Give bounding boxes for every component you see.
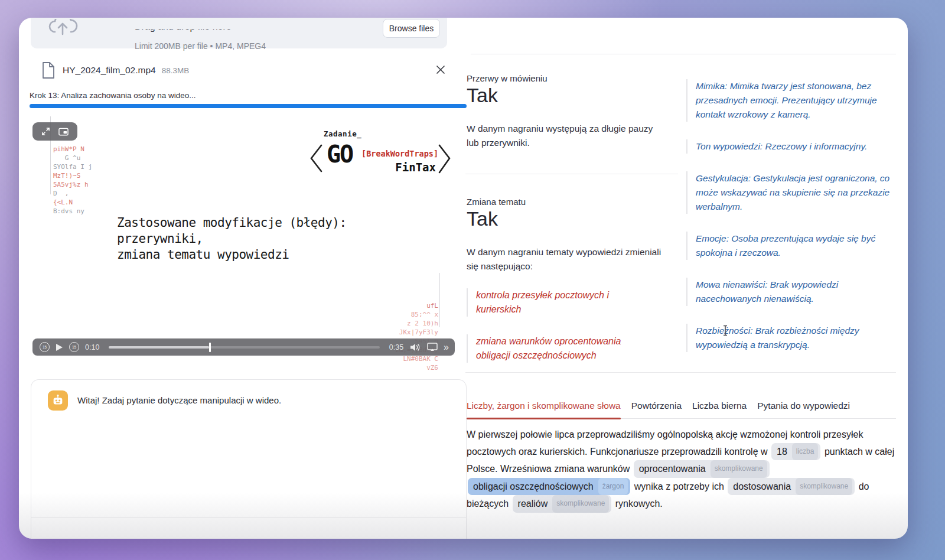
token-word: 18 — [777, 444, 787, 460]
robot-icon — [51, 394, 64, 407]
tab[interactable]: Pytania do wypowiedzi — [757, 401, 850, 411]
topic-item: kontrola przesyłek pocztowych i kuriersk… — [467, 288, 656, 317]
forward-15-icon[interactable]: 15 — [69, 342, 79, 352]
chat-panel: Witaj! Zadaj pytanie dotyczące manipulac… — [31, 379, 467, 539]
glitch-line: ufL — [350, 301, 438, 310]
video-controls-bar: 15 15 0:10 0:35 » — [32, 338, 455, 356]
glitch-divider-right — [439, 273, 440, 327]
glitch-line: z 2 10)h — [350, 319, 438, 328]
glitch-line: pihW*P N — [53, 145, 92, 154]
logo-fintax-text: FinTax — [381, 161, 436, 174]
file-dropzone[interactable]: Drag and drop file here Limit 200MB per … — [31, 18, 447, 48]
token-word: obligacji oszczędnościowych — [473, 478, 594, 495]
volume-icon[interactable] — [409, 343, 421, 352]
behavior-note: Rozbieżności: Brak rozbieżności między w… — [686, 324, 897, 352]
analysis-tabs: Liczby, żargon i skomplikowane słowaPowt… — [467, 401, 896, 419]
divider — [465, 174, 678, 174]
glitch-line: D , — [53, 189, 92, 198]
glitch-line: G ^u — [53, 154, 92, 162]
token-word: oprocentowania — [639, 461, 706, 477]
glitch-line: LN#0BAK C — [350, 354, 438, 363]
analysis-progress-fill — [30, 104, 467, 108]
dropzone-title-clipped: Drag and drop file here — [135, 30, 312, 40]
highlight-token[interactable]: oprocentowaniaskomplikowane — [634, 460, 770, 478]
chat-input-divider — [31, 517, 466, 518]
transcript-paragraph: W pierwszej połowie lipca przeprowadzili… — [467, 426, 896, 513]
glitch-line: 85;^^ x — [350, 310, 438, 319]
video-overlay-caption: Zastosowane modyfikacje (błędy): przeryw… — [117, 215, 347, 263]
file-icon — [41, 61, 56, 79]
playhead[interactable] — [209, 343, 211, 352]
glitch-line: MzT!)~S — [53, 171, 92, 180]
tab[interactable]: Liczba bierna — [692, 401, 747, 411]
token-tag-badge: żargon — [598, 478, 628, 496]
glitch-line: {<L.N — [53, 198, 92, 207]
token-word: realiów — [518, 496, 548, 512]
behavior-note: Emocje: Osoba prezentująca wydaje się by… — [686, 232, 897, 260]
behavior-notes-list: Mimika: Mimika twarzy jest stonowana, be… — [686, 79, 897, 352]
text-cursor-pointer — [722, 325, 729, 336]
cast-icon[interactable] — [427, 343, 438, 351]
upload-cloud-icon — [47, 19, 78, 43]
video-overlay-controls[interactable] — [32, 122, 77, 141]
highlight-token[interactable]: dostosowaniaskomplikowane — [728, 478, 855, 496]
upload-limit-text: Limit 200MB per file • MP4, MPEG4 — [135, 41, 266, 51]
breakwordtraps-logo: GO [BreakWordTraps] FinTax — [301, 137, 449, 178]
glitch-line: SYOlfa I j — [53, 162, 92, 171]
video-player[interactable]: pihW*P N G ^uSYOlfa I jMzT!)~S5A5vj%z hD… — [30, 113, 459, 362]
section-label-pauses: Przerwy w mówieniu — [467, 73, 548, 83]
current-time: 0:10 — [85, 343, 99, 351]
pip-icon[interactable] — [58, 128, 69, 136]
file-name: HY_2024_film_02.mp4 — [63, 65, 156, 76]
uploaded-file-row: HY_2024_film_02.mp4 88.3MB — [41, 60, 449, 80]
glitch-text-right: ufL85;^^ xz 2 10)hJKx|7yF3lyS4SI hz&,=)y… — [350, 275, 438, 372]
token-tag-badge: skomplikowane — [796, 478, 852, 496]
glitch-line: vZ6 — [350, 363, 438, 372]
progress-step-label: Krok 13: Analiza zachowania osoby na wid… — [30, 91, 195, 100]
assistant-avatar — [48, 390, 68, 411]
total-time: 0:35 — [389, 343, 403, 351]
glitch-line: JKx|7yF3ly — [350, 328, 438, 337]
browse-files-button[interactable]: Browse files — [383, 19, 440, 38]
seek-bar[interactable] — [109, 346, 379, 349]
section-value-topic-change: Tak — [467, 207, 498, 230]
file-size: 88.3MB — [162, 66, 190, 75]
assistant-welcome-message: Witaj! Zadaj pytanie dotyczące manipulac… — [77, 395, 281, 405]
behavior-note: Mowa nienawiści: Brak wypowiedzi nacecho… — [686, 278, 897, 306]
behavior-note: Mimika: Mimika twarzy jest stonowana, be… — [686, 79, 897, 122]
behavior-note: Gestykulacja: Gestykulacja jest ogranicz… — [686, 171, 897, 214]
glitch-line: B:dvs ny — [53, 207, 92, 216]
tab[interactable]: Powtórzenia — [631, 401, 682, 411]
analysis-progress-bar — [30, 104, 467, 108]
tab[interactable]: Liczby, żargon i skomplikowane słowa — [467, 401, 621, 411]
logo-right-angle-icon — [438, 142, 451, 175]
behavior-note: Ton wypowiedzi: Rzeczowy i informacyjny. — [686, 139, 897, 154]
remove-file-icon[interactable] — [435, 64, 447, 76]
playback-speed-icon[interactable]: » — [444, 342, 448, 353]
token-tag-badge: skomplikowane — [711, 460, 767, 478]
play-icon[interactable] — [56, 343, 63, 351]
section-label-topic-change: Zmiana tematu — [467, 197, 526, 207]
topic-list: kontrola przesyłek pocztowych i kuriersk… — [467, 288, 656, 363]
token-word: dostosowania — [733, 478, 791, 495]
fullscreen-icon[interactable] — [41, 127, 50, 136]
section-value-pauses: Tak — [467, 84, 498, 107]
section-desc-topic-change: W danym nagraniu tematy wypowiedzi zmien… — [467, 245, 662, 274]
app-window: Drag and drop file here Limit 200MB per … — [19, 18, 908, 539]
rewind-15-icon[interactable]: 15 — [40, 342, 50, 352]
divider — [465, 372, 896, 373]
topic-item: zmiana warunków oprocentowania obligacji… — [467, 334, 656, 363]
divider — [471, 54, 896, 54]
logo-left-angle-icon — [309, 143, 322, 174]
seek-bar-played — [109, 346, 209, 349]
token-tag-badge: skomplikowane — [552, 495, 609, 513]
highlight-token[interactable]: realiówskomplikowane — [513, 495, 612, 513]
highlight-token[interactable]: 18liczba — [771, 443, 820, 461]
glitch-line: 5A5vj%z h — [53, 180, 92, 189]
section-desc-pauses: W danym nagraniu występują za długie pau… — [467, 122, 662, 150]
token-tag-badge: liczba — [792, 443, 819, 461]
logo-bracket-text: [BreakWordTraps] — [361, 149, 438, 158]
highlight-token[interactable]: obligacji oszczędnościowychżargon — [468, 478, 630, 496]
logo-go-text: GO — [327, 141, 353, 168]
